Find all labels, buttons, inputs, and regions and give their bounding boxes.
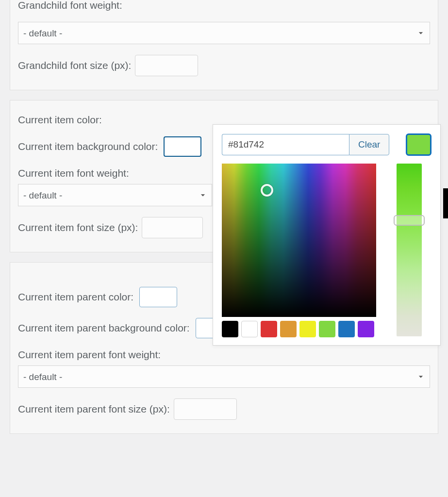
grandchild-font-size-input[interactable] [135,55,198,76]
current-font-weight-select[interactable]: - default - [18,184,212,206]
parent-color-swatch[interactable] [139,287,177,307]
preset-swatch-purple[interactable] [358,321,374,337]
grandchild-font-weight-select[interactable]: - default - [18,22,430,44]
parent-font-weight-label: Current item parent font weight: [18,349,426,361]
preset-swatch-blue[interactable] [338,321,355,337]
color-lightness-handle[interactable] [394,215,425,226]
parent-color-label: Current item parent color: [18,291,133,303]
grandchild-panel: Grandchild font weight: - default - Gran… [10,0,438,90]
color-picker-popup: Clear [213,124,441,346]
color-current-preview [406,133,431,156]
parent-font-weight-select[interactable]: - default - [18,365,430,388]
color-clear-button[interactable]: Clear [349,134,389,155]
parent-font-size-label: Current item parent font size (px): [18,403,170,415]
preset-swatch-orange[interactable] [280,321,297,337]
grandchild-font-weight-label: Grandchild font weight: [18,0,122,11]
preset-swatch-black[interactable] [222,321,238,337]
current-color-label: Current item color: [18,114,102,126]
preset-swatch-red[interactable] [261,321,277,337]
current-bg-color-swatch[interactable] [164,136,201,157]
grandchild-font-size-label: Grandchild font size (px): [18,60,131,71]
scrollbar-thumb[interactable] [443,188,448,218]
parent-bg-color-label: Current item parent background color: [18,322,190,334]
preset-swatch-white[interactable] [241,321,258,337]
color-spectrum[interactable] [222,164,376,317]
current-font-size-label: Current item font size (px): [18,222,138,233]
current-bg-color-label: Current item background color: [18,141,158,152]
parent-font-size-input[interactable] [174,398,237,420]
color-preset-swatches [222,321,376,337]
preset-swatch-yellow[interactable] [299,321,316,337]
color-lightness-slider[interactable] [397,164,422,336]
color-spectrum-handle[interactable] [261,184,273,197]
preset-swatch-green[interactable] [319,321,335,337]
current-font-size-input[interactable] [142,217,203,238]
color-hex-input[interactable] [222,134,349,155]
